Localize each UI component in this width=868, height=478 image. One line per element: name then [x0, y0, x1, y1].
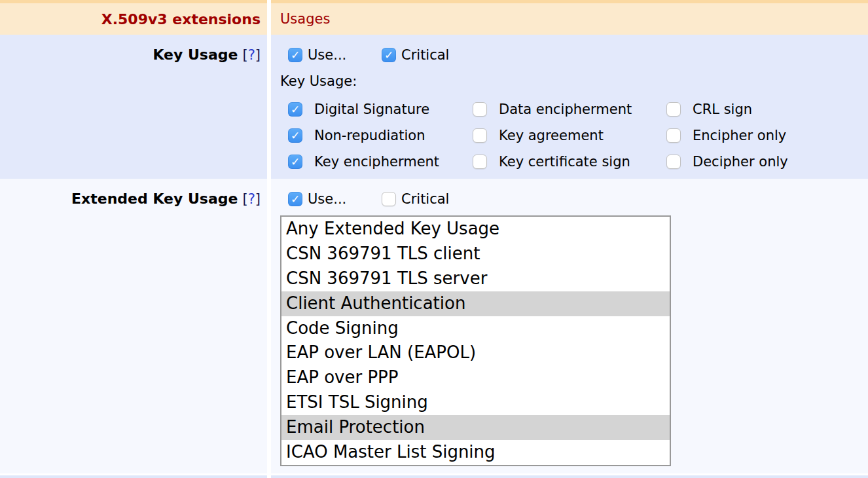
listbox-option-csn-369791-tls-client[interactable]: CSN 369791 TLS client — [281, 242, 670, 267]
key-usage-option: CRL sign — [666, 101, 868, 117]
listbox-option-eap-over-ppp[interactable]: EAP over PPP — [281, 365, 670, 390]
listbox-option-client-authentication[interactable]: Client Authentication — [281, 291, 670, 316]
key-usage-group-title: Key Usage: — [280, 71, 868, 91]
help-bracket-close: ] — [255, 191, 261, 207]
decipher-only-label: Decipher only — [693, 154, 788, 170]
extended-key-usage-use-checkbox[interactable] — [288, 192, 302, 206]
extended-key-usage-label-cell: Extended Key Usage [?] — [0, 179, 267, 473]
listbox-option-email-protection[interactable]: Email Protection — [281, 415, 670, 440]
key-encipherment-label: Key encipherment — [314, 154, 439, 170]
decipher-only-checkbox[interactable] — [666, 155, 681, 169]
key-usage-row: Key Usage [?] Use... Critical Key Usage:… — [0, 35, 868, 179]
listbox-option-icao-master-list-signing[interactable]: ICAO Master List Signing — [281, 440, 670, 465]
section-title: X.509v3 extensions — [101, 11, 261, 28]
extended-key-usage-use-group: Use... — [288, 191, 382, 207]
key-certificate-sign-label: Key certificate sign — [499, 154, 630, 170]
digital-signature-checkbox[interactable] — [288, 102, 302, 117]
non-repudiation-label: Non-repudiation — [314, 128, 425, 143]
key-usage-toggle-line: Use... Critical — [288, 45, 868, 65]
extended-key-usage-label: Extended Key Usage — [71, 191, 238, 207]
section-header-right-cell: Usages — [271, 3, 868, 35]
listbox-option-code-signing[interactable]: Code Signing — [281, 316, 670, 341]
extended-key-usage-content-cell: Use... Critical Any Extended Key Usage C… — [271, 179, 868, 473]
key-usage-critical-group: Critical — [382, 47, 449, 63]
key-agreement-checkbox[interactable] — [473, 128, 487, 143]
section-header-left-cell: X.509v3 extensions — [0, 3, 267, 35]
usages-title: Usages — [280, 11, 330, 27]
listbox-option-eap-over-lan[interactable]: EAP over LAN (EAPOL) — [281, 340, 670, 365]
key-usage-option: Non-repudiation — [288, 128, 473, 143]
help-bracket-open: [ — [242, 47, 247, 63]
key-usage-label-cell: Key Usage [?] — [0, 35, 267, 179]
help-question-icon: ? — [248, 47, 255, 63]
key-usage-option: Encipher only — [666, 128, 868, 143]
key-usage-option: Key agreement — [473, 128, 666, 143]
extended-key-usage-row: Extended Key Usage [?] Use... Critical A… — [0, 179, 868, 473]
extended-key-usage-use-label: Use... — [308, 191, 346, 207]
help-bracket-open: [ — [242, 191, 247, 207]
help-bracket-close: ] — [255, 47, 261, 63]
key-usage-use-checkbox[interactable] — [288, 48, 302, 62]
encipher-only-label: Encipher only — [693, 128, 786, 143]
digital-signature-label: Digital Signature — [314, 101, 429, 117]
key-usage-option: Digital Signature — [288, 101, 473, 117]
extended-key-usage-toggle-line: Use... Critical — [288, 189, 868, 209]
key-usage-label: Key Usage — [153, 46, 238, 63]
help-question-icon: ? — [248, 191, 255, 207]
listbox-option-etsi-tsl-signing[interactable]: ETSI TSL Signing — [281, 390, 670, 415]
extended-key-usage-critical-label: Critical — [401, 191, 449, 207]
data-encipherment-label: Data encipherment — [499, 101, 632, 117]
non-repudiation-checkbox[interactable] — [288, 128, 302, 143]
key-agreement-label: Key agreement — [499, 128, 604, 143]
extended-key-usage-listbox[interactable]: Any Extended Key Usage CSN 369791 TLS cl… — [280, 215, 671, 466]
data-encipherment-checkbox[interactable] — [473, 102, 487, 117]
section-header-row: X.509v3 extensions Usages — [0, 3, 868, 35]
next-row-peek — [0, 475, 868, 478]
extended-key-usage-help-link[interactable]: [?] — [242, 191, 261, 207]
key-usage-option: Key encipherment — [288, 154, 473, 170]
crl-sign-label: CRL sign — [693, 101, 752, 117]
key-usage-options-grid: Digital Signature Data encipherment CRL … — [288, 96, 868, 175]
key-usage-option: Key certificate sign — [473, 154, 666, 170]
key-usage-help-link[interactable]: [?] — [242, 47, 261, 63]
extended-key-usage-critical-group: Critical — [382, 191, 449, 207]
key-usage-option: Decipher only — [666, 154, 868, 170]
crl-sign-checkbox[interactable] — [666, 102, 681, 117]
key-usage-option: Data encipherment — [473, 101, 666, 117]
next-row-right — [271, 475, 868, 478]
key-certificate-sign-checkbox[interactable] — [473, 155, 487, 169]
extended-key-usage-critical-checkbox[interactable] — [382, 192, 396, 206]
key-usage-critical-checkbox[interactable] — [382, 48, 396, 62]
listbox-option-csn-369791-tls-server[interactable]: CSN 369791 TLS server — [281, 267, 670, 291]
key-usage-critical-label: Critical — [401, 47, 449, 63]
key-encipherment-checkbox[interactable] — [288, 155, 302, 169]
listbox-option-any-extended-key-usage[interactable]: Any Extended Key Usage — [281, 217, 670, 242]
encipher-only-checkbox[interactable] — [666, 128, 681, 143]
key-usage-content-cell: Use... Critical Key Usage: Digital Signa… — [271, 35, 868, 179]
key-usage-use-group: Use... — [288, 47, 382, 63]
next-row-left — [0, 475, 267, 478]
key-usage-use-label: Use... — [308, 47, 346, 63]
